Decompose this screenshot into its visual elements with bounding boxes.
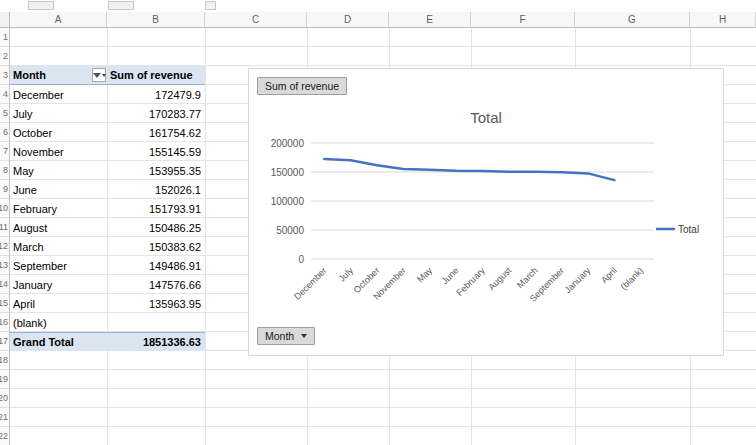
row-number[interactable]: 12: [0, 237, 9, 256]
column-header-F[interactable]: F: [471, 12, 575, 27]
row-number[interactable]: 8: [0, 161, 9, 180]
pivot-value-cell[interactable]: [107, 313, 205, 332]
row-number[interactable]: 10: [0, 199, 9, 218]
row-number[interactable]: 14: [0, 275, 9, 294]
row-number[interactable]: 15: [0, 294, 9, 313]
month-filter-icon[interactable]: [92, 68, 106, 82]
ui-remnant-box: [205, 1, 216, 10]
value-field-button[interactable]: Sum of revenue: [257, 77, 347, 95]
pivot-month-cell[interactable]: January: [10, 275, 107, 294]
svg-text:200000: 200000: [271, 138, 305, 149]
pivot-value-cell[interactable]: 161754.62: [107, 123, 205, 142]
row-number[interactable]: 7: [0, 142, 9, 161]
axis-field-label: Month: [265, 330, 294, 342]
column-header-C[interactable]: C: [205, 12, 307, 27]
chart-legend[interactable]: Total: [656, 224, 699, 235]
row-number[interactable]: 2: [0, 47, 9, 66]
row-number[interactable]: 11: [0, 218, 9, 237]
pivot-month-cell[interactable]: (blank): [10, 313, 107, 332]
sheet-grid[interactable]: 12345678910111213141516171819202122 Mont…: [0, 28, 756, 445]
column-header-G[interactable]: G: [575, 12, 690, 27]
row-number[interactable]: 13: [0, 256, 9, 275]
pivot-month-cell[interactable]: June: [10, 180, 107, 199]
svg-text:(blank): (blank): [619, 265, 646, 292]
pivot-value-cell[interactable]: 151793.91: [107, 199, 205, 218]
pivot-grand-total-row: Grand Total1851336.63: [10, 332, 205, 351]
pivot-chart[interactable]: Total050000100000150000200000DecemberJul…: [248, 68, 724, 356]
svg-text:July: July: [337, 265, 356, 284]
pivot-row: June152026.1: [10, 180, 205, 199]
pivot-row: August150486.25: [10, 218, 205, 237]
pivot-month-cell[interactable]: August: [10, 218, 107, 237]
pivot-value-cell[interactable]: 147576.66: [107, 275, 205, 294]
pivot-row: November155145.59: [10, 142, 205, 161]
pivot-header-row: MonthSum of revenue: [10, 66, 205, 85]
svg-text:100000: 100000: [271, 196, 305, 207]
pivot-row: May153955.35: [10, 161, 205, 180]
excel-window: ABCDEFGH 1234567891011121314151617181920…: [0, 0, 756, 445]
pivot-value-cell[interactable]: 150383.62: [107, 237, 205, 256]
y-gridlines: [311, 143, 654, 259]
y-axis-labels: 050000100000150000200000: [271, 138, 305, 265]
pivot-month-cell[interactable]: February: [10, 199, 107, 218]
pivot-month-cell[interactable]: May: [10, 161, 107, 180]
row-number[interactable]: 21: [0, 408, 9, 427]
grand-total-label-cell[interactable]: Grand Total: [10, 333, 107, 351]
row-number[interactable]: 1: [0, 28, 9, 47]
row-number[interactable]: 5: [0, 104, 9, 123]
column-header-D[interactable]: D: [307, 12, 389, 27]
row-number[interactable]: 4: [0, 85, 9, 104]
row-number[interactable]: 20: [0, 389, 9, 408]
row-number[interactable]: 9: [0, 180, 9, 199]
funnel-icon: [93, 73, 101, 78]
column-header-H[interactable]: H: [690, 12, 756, 27]
top-strip: [0, 0, 756, 12]
row-number[interactable]: 6: [0, 123, 9, 142]
row-number[interactable]: 16: [0, 313, 9, 332]
pivot-month-cell[interactable]: March: [10, 237, 107, 256]
pivot-row: March150383.62: [10, 237, 205, 256]
pivot-row: (blank): [10, 313, 205, 332]
pivot-value-cell[interactable]: 170283.77: [107, 104, 205, 123]
pivot-value-cell[interactable]: 150486.25: [107, 218, 205, 237]
series-total-line[interactable]: [324, 159, 614, 180]
svg-text:50000: 50000: [276, 225, 304, 236]
pivot-value-cell[interactable]: 153955.35: [107, 161, 205, 180]
pivot-month-cell[interactable]: July: [10, 104, 107, 123]
gridline-vertical: [205, 28, 206, 445]
row-number[interactable]: 22: [0, 427, 9, 445]
column-header-A[interactable]: A: [10, 12, 107, 27]
pivot-row: February151793.91: [10, 199, 205, 218]
row-number[interactable]: 17: [0, 332, 9, 351]
pivot-month-cell[interactable]: September: [10, 256, 107, 275]
pivot-value-cell[interactable]: 135963.95: [107, 294, 205, 313]
pivot-header-month-label: Month: [13, 69, 46, 81]
row-number[interactable]: 3: [0, 66, 9, 85]
svg-text:February: February: [454, 265, 487, 298]
pivot-value-cell[interactable]: 152026.1: [107, 180, 205, 199]
pivot-table: MonthSum of revenueDecember172479.9July1…: [10, 66, 205, 351]
pivot-header-value[interactable]: Sum of revenue: [107, 66, 205, 84]
pivot-month-cell[interactable]: October: [10, 123, 107, 142]
column-header-row: ABCDEFGH: [0, 12, 756, 28]
pivot-value-cell[interactable]: 155145.59: [107, 142, 205, 161]
value-field-label: Sum of revenue: [265, 80, 339, 92]
column-header-E[interactable]: E: [389, 12, 471, 27]
pivot-month-cell[interactable]: December: [10, 85, 107, 104]
axis-field-button[interactable]: Month: [257, 327, 315, 345]
grand-total-value-cell[interactable]: 1851336.63: [107, 333, 205, 351]
pivot-row: October161754.62: [10, 123, 205, 142]
pivot-value-cell[interactable]: 172479.9: [107, 85, 205, 104]
pivot-value-cell[interactable]: 149486.91: [107, 256, 205, 275]
pivot-header-month[interactable]: Month: [10, 66, 107, 84]
select-all-corner[interactable]: [0, 12, 10, 27]
column-header-B[interactable]: B: [107, 12, 205, 27]
chart-title[interactable]: Total: [470, 109, 502, 126]
pivot-month-cell[interactable]: April: [10, 294, 107, 313]
ui-remnant-box: [28, 1, 54, 10]
svg-text:March: March: [515, 265, 540, 290]
pivot-row: January147576.66: [10, 275, 205, 294]
row-number[interactable]: 19: [0, 370, 9, 389]
pivot-month-cell[interactable]: November: [10, 142, 107, 161]
row-number[interactable]: 18: [0, 351, 9, 370]
